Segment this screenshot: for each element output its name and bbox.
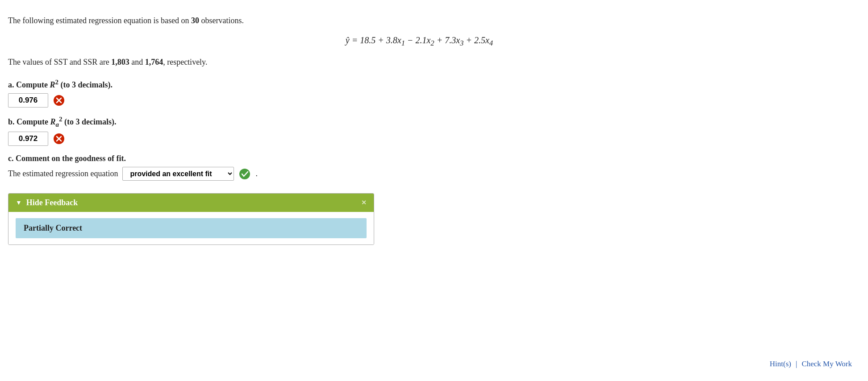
partially-correct-badge: Partially Correct: [16, 218, 367, 238]
part-b-input[interactable]: [8, 132, 48, 146]
part-c-text-before: The estimated regression equation: [8, 169, 118, 178]
collapse-triangle-icon: ▼: [16, 199, 22, 207]
intro-paragraph: The following estimated regression equat…: [8, 14, 830, 27]
part-c-row: The estimated regression equation provid…: [8, 167, 830, 181]
feedback-header[interactable]: ▼ Hide Feedback ✕: [8, 194, 374, 212]
main-content: The following estimated regression equat…: [0, 0, 848, 298]
goodness-of-fit-dropdown[interactable]: provided an excellent fit provided a goo…: [122, 167, 234, 181]
partially-correct-label: Partially Correct: [24, 224, 82, 232]
hint-link[interactable]: Hint(s): [770, 360, 791, 369]
part-b-question: Compute Ra2 (to 3 decimals).: [15, 117, 117, 126]
part-a-input[interactable]: [8, 93, 48, 108]
part-c-question: Comment on the goodness of fit.: [14, 154, 126, 163]
part-a-label: a. Compute R2 (to 3 decimals).: [8, 79, 830, 90]
bottom-links: Hint(s) | Check My Work: [770, 360, 852, 369]
divider: |: [796, 360, 797, 369]
feedback-close-icon[interactable]: ✕: [361, 199, 367, 207]
part-b-label: b. Compute Ra2 (to 3 decimals).: [8, 116, 830, 128]
intro-text-after: observations.: [199, 16, 244, 25]
feedback-section: ▼ Hide Feedback ✕ Partially Correct: [8, 193, 374, 245]
part-a-question: Compute R2 (to 3 decimals).: [14, 80, 113, 89]
part-c-text-after: .: [255, 169, 258, 178]
feedback-body: Partially Correct: [8, 212, 374, 244]
feedback-header-label: Hide Feedback: [26, 198, 78, 207]
part-a-wrong-icon: [53, 94, 65, 107]
part-c-correct-icon: [238, 168, 251, 180]
sst-value: 1,803: [111, 58, 129, 66]
part-a-answer-row: [8, 93, 830, 108]
part-b-answer-row: [8, 132, 830, 146]
sst-text-before: The values of SST and SSR are: [8, 58, 111, 66]
svg-point-6: [239, 169, 250, 179]
part-c-label: c. Comment on the goodness of fit.: [8, 154, 830, 163]
observations-count: 30: [191, 16, 199, 25]
sst-text-after: , respectively.: [163, 58, 207, 66]
sst-text-middle: and: [129, 58, 145, 66]
regression-equation: ŷ = 18.5 + 3.8x1 − 2.1x2 + 7.3x3 + 2.5x4: [8, 35, 830, 48]
intro-text-before: The following estimated regression equat…: [8, 16, 191, 25]
part-b-wrong-icon: [53, 133, 65, 145]
sst-ssr-paragraph: The values of SST and SSR are 1,803 and …: [8, 56, 830, 69]
ssr-value: 1,764: [145, 58, 163, 66]
check-my-work-link[interactable]: Check My Work: [801, 360, 852, 369]
